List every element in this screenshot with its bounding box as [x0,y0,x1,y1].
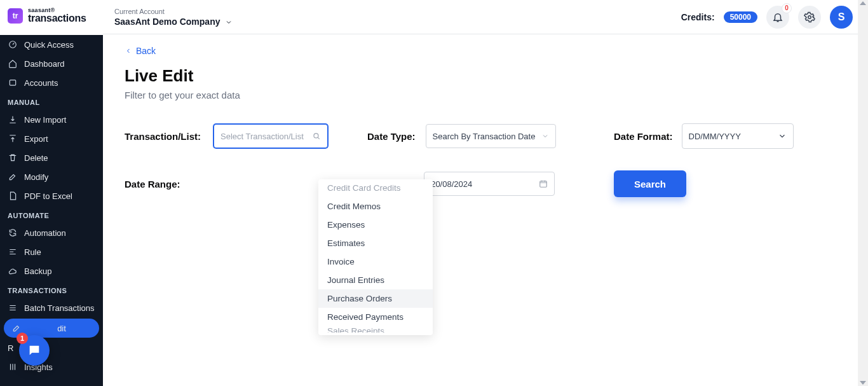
sidebar-item-accounts[interactable]: Accounts [0,73,103,92]
edit-icon [8,172,18,182]
transaction-dropdown[interactable]: Credit Card CreditsCredit MemosExpensesE… [318,179,433,335]
file-icon [8,191,18,201]
cloud-icon [8,266,18,276]
dropdown-item[interactable]: Received Payments [318,308,433,326]
select-value: DD/MM/YYYY [689,132,741,141]
dropdown-item-clipped[interactable]: Credit Card Credits [318,182,433,197]
select-value: Search By Transaction Date [433,132,536,141]
layers-icon [8,78,18,88]
date-value: 20/08/2024 [431,179,472,189]
main-area: Current Account SaasAnt Demo Company Cre… [103,0,868,386]
date-to-input[interactable]: 20/08/2024 [424,172,555,196]
calendar-icon [539,179,548,188]
sidebar-item-dashboard[interactable]: Dashboard [0,54,103,73]
svg-point-3 [314,134,318,138]
topbar: Current Account SaasAnt Demo Company Cre… [103,0,868,34]
sidebar-item-automation[interactable]: Automation [0,223,103,242]
dropdown-item-clipped[interactable]: Sales Receipts [318,326,433,333]
account-label: Current Account [114,8,231,15]
credits-badge[interactable]: 50000 [724,11,757,23]
chat-badge: 1 [17,333,28,344]
pencil-icon [11,323,22,333]
date-type-select[interactable]: Search By Transaction Date [426,124,556,148]
sidebar-item-label: Automation [24,228,66,238]
dropdown-item[interactable]: Credit Memos [318,197,433,216]
chat-icon [27,343,41,357]
trash-icon [8,153,18,163]
date-range-label: Date Range: [125,179,180,190]
dropdown-item[interactable]: Invoice [318,252,433,271]
transaction-list-label: Transaction/List: [125,131,201,142]
sidebar-item-label: R [8,343,13,353]
sidebar-item-quick-access[interactable]: Quick Access [0,35,103,54]
home-icon [8,59,18,69]
search-icon [312,132,321,141]
sidebar-item-label: Dashboard [24,59,65,69]
sidebar-item-label: New Import [24,115,66,125]
svg-rect-1 [10,80,15,85]
sidebar-item-label: Modify [24,172,48,182]
dropdown-item[interactable]: Journal Entries [318,271,433,289]
sidebar: tr saasant® transactions Quick Access Da… [0,0,103,386]
page-subtitle: Filter to get your exact data [125,90,846,100]
account-name: SaasAnt Demo Company [114,17,220,27]
dropdown-item[interactable]: Estimates [318,234,433,252]
credits-label: Credits: [681,12,715,22]
chevron-down-icon [541,132,549,140]
svg-point-2 [808,15,811,18]
rule-icon [8,247,18,257]
import-icon [8,114,18,125]
sidebar-item-export[interactable]: Export [0,129,103,148]
notifications-button[interactable]: 0 [766,6,789,29]
sidebar-item-new-import[interactable]: New Import [0,110,103,129]
back-link[interactable]: Back [125,46,846,56]
select-placeholder: Select Transaction/List [220,132,304,141]
brand-main: transactions [28,13,86,24]
back-label: Back [136,46,156,56]
sidebar-item-label: Accounts [24,78,58,88]
bell-icon [772,11,783,23]
date-format-label: Date Format: [614,131,673,142]
sidebar-item-label: Backup [24,266,51,276]
sidebar-item-rule[interactable]: Rule [0,242,103,261]
sidebar-item-pdf-excel[interactable]: PDF to Excel [0,186,103,205]
sidebar-item-modify[interactable]: Modify [0,167,103,186]
notification-count: 0 [782,3,792,13]
brand-block: tr saasant® transactions [0,0,103,35]
sidebar-item-label: Batch Transactions [24,303,95,313]
sidebar-item-label: dit [57,324,66,333]
sidebar-item-insights[interactable]: Insights [0,357,103,376]
sliders-icon [8,362,18,372]
transaction-list-select[interactable]: Select Transaction/List [214,124,328,148]
account-switcher[interactable]: Current Account SaasAnt Demo Company [114,8,231,27]
page-title: Live Edit [125,66,846,86]
sidebar-item-backup[interactable]: Backup [0,261,103,280]
date-format-select[interactable]: DD/MM/YYYY [682,123,794,149]
sidebar-item-label: Quick Access [24,40,74,50]
chevron-left-icon [125,47,132,55]
sidebar-group-manual: MANUAL [0,92,103,110]
gauge-icon [8,39,18,50]
svg-rect-4 [540,181,547,187]
avatar[interactable]: S [830,6,853,29]
scrollbar[interactable] [858,0,868,386]
chevron-down-icon [778,132,787,141]
sidebar-item-reports-partial[interactable]: R [0,339,103,357]
dropdown-item[interactable]: Expenses [318,216,433,234]
sidebar-item-label: Export [24,134,48,144]
sidebar-group-automate: AUTOMATE [0,205,103,223]
sidebar-item-label: PDF to Excel [24,191,72,201]
export-icon [8,134,18,144]
search-button[interactable]: Search [614,170,686,197]
date-type-label: Date Type: [367,131,416,142]
refresh-icon [8,228,18,238]
settings-button[interactable] [798,6,821,29]
dropdown-item[interactable]: Purchase Orders [318,289,433,308]
sidebar-item-delete[interactable]: Delete [0,148,103,167]
content: Back Live Edit Filter to get your exact … [103,34,868,230]
list-icon [8,303,18,313]
brand-logo: tr [8,8,23,24]
chat-fab[interactable]: 1 [19,335,50,366]
chevron-down-icon [225,18,231,25]
sidebar-item-batch-transactions[interactable]: Batch Transactions [0,298,103,317]
